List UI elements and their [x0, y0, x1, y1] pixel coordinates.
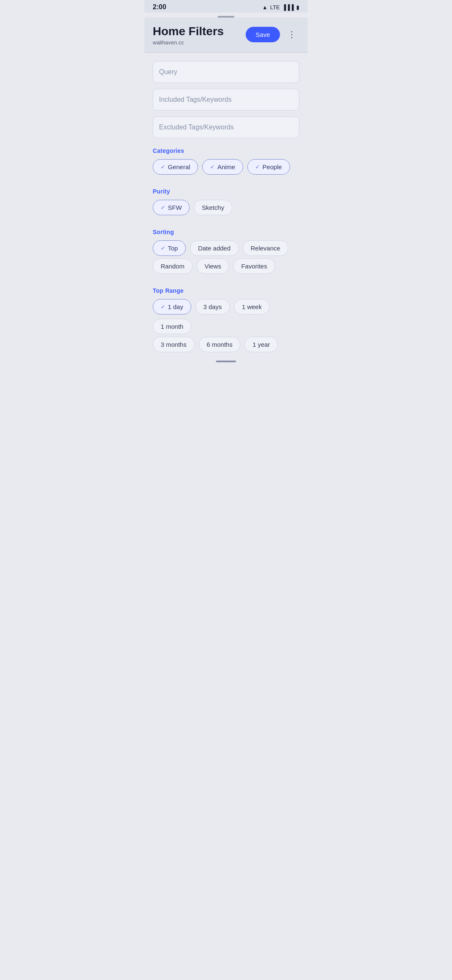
status-bar: 2:00 ▲ LTE ▐▐▐ ▮	[144, 0, 308, 13]
categories-chips: ✓ General ✓ Anime ✓ People	[153, 159, 299, 175]
gap-3	[153, 276, 299, 284]
wifi-icon: ▲	[262, 4, 268, 10]
check-icon: ✓	[161, 304, 165, 310]
top-range-chips-row1: ✓ 1 day 3 days 1 week 1 month	[153, 299, 299, 334]
category-general-label: General	[168, 163, 190, 170]
sorting-random-label: Random	[161, 263, 185, 270]
signal-icon: ▐▐▐	[282, 4, 294, 10]
top-range-chip-6months[interactable]: 6 months	[199, 337, 241, 352]
gap-1	[153, 177, 299, 185]
category-people-label: People	[262, 163, 282, 170]
top-range-chip-1month[interactable]: 1 month	[153, 319, 191, 334]
top-range-chip-1day[interactable]: ✓ 1 day	[153, 299, 191, 315]
check-icon: ✓	[161, 204, 165, 211]
top-range-chip-3months[interactable]: 3 months	[153, 337, 195, 352]
status-icons: ▲ LTE ▐▐▐ ▮	[262, 4, 299, 10]
purity-sfw-label: SFW	[168, 204, 182, 211]
check-icon: ✓	[210, 164, 215, 170]
top-range-1month-label: 1 month	[161, 323, 183, 330]
top-range-section-label: Top Range	[153, 287, 299, 294]
top-range-1day-label: 1 day	[168, 303, 183, 310]
header-left: Home Filters wallhaven.cc	[153, 24, 224, 46]
sorting-chip-top[interactable]: ✓ Top	[153, 240, 186, 256]
top-range-chips-row2: 3 months 6 months 1 year	[153, 337, 299, 352]
check-icon: ✓	[255, 164, 260, 170]
top-range-chip-1year[interactable]: 1 year	[244, 337, 278, 352]
sorting-views-label: Views	[205, 263, 221, 270]
excluded-tags-input[interactable]	[153, 116, 299, 138]
category-anime-label: Anime	[217, 163, 235, 170]
sorting-chip-views[interactable]: Views	[197, 258, 229, 274]
top-range-3days-label: 3 days	[203, 303, 222, 310]
battery-icon: ▮	[296, 4, 299, 10]
included-tags-input[interactable]	[153, 89, 299, 111]
bottom-bar	[144, 359, 308, 367]
sorting-date-added-label: Date added	[198, 245, 231, 252]
purity-chip-sketchy[interactable]: Sketchy	[194, 200, 232, 215]
header: Home Filters wallhaven.cc Save ⋮	[144, 18, 308, 52]
sorting-chips-row2: Random Views Favorites	[153, 258, 299, 274]
top-range-3months-label: 3 months	[161, 341, 187, 348]
category-chip-people[interactable]: ✓ People	[247, 159, 290, 175]
purity-section-label: Purity	[153, 188, 299, 195]
check-icon: ✓	[161, 245, 165, 251]
top-range-1week-label: 1 week	[242, 303, 262, 310]
more-options-button[interactable]: ⋮	[284, 26, 299, 43]
query-input[interactable]	[153, 61, 299, 83]
header-actions: Save ⋮	[246, 26, 299, 43]
gap-2	[153, 218, 299, 225]
header-subtitle: wallhaven.cc	[153, 39, 224, 46]
content-area: Categories ✓ General ✓ Anime ✓ People Pu…	[144, 53, 308, 352]
lte-icon: LTE	[270, 4, 280, 10]
sorting-chips-row1: ✓ Top Date added Relevance	[153, 240, 299, 256]
sorting-chip-random[interactable]: Random	[153, 258, 193, 274]
check-icon: ✓	[161, 164, 165, 170]
purity-sketchy-label: Sketchy	[202, 204, 224, 211]
status-time: 2:00	[153, 3, 166, 11]
sorting-favorites-label: Favorites	[241, 263, 267, 270]
categories-section-label: Categories	[153, 147, 299, 154]
top-range-6months-label: 6 months	[207, 341, 233, 348]
sorting-chip-relevance[interactable]: Relevance	[243, 240, 288, 256]
category-chip-general[interactable]: ✓ General	[153, 159, 198, 175]
sorting-chip-date-added[interactable]: Date added	[190, 240, 239, 256]
sorting-section-label: Sorting	[153, 229, 299, 235]
top-range-chip-1week[interactable]: 1 week	[234, 299, 270, 315]
top-range-1year-label: 1 year	[252, 341, 270, 348]
purity-chip-sfw[interactable]: ✓ SFW	[153, 200, 190, 215]
sorting-relevance-label: Relevance	[251, 245, 280, 252]
purity-chips: ✓ SFW Sketchy	[153, 200, 299, 215]
page-title: Home Filters	[153, 24, 224, 39]
sorting-top-label: Top	[168, 245, 178, 252]
sorting-chip-favorites[interactable]: Favorites	[233, 258, 275, 274]
top-range-chip-3days[interactable]: 3 days	[195, 299, 230, 315]
category-chip-anime[interactable]: ✓ Anime	[202, 159, 243, 175]
bottom-indicator	[216, 361, 236, 362]
save-button[interactable]: Save	[246, 27, 280, 42]
